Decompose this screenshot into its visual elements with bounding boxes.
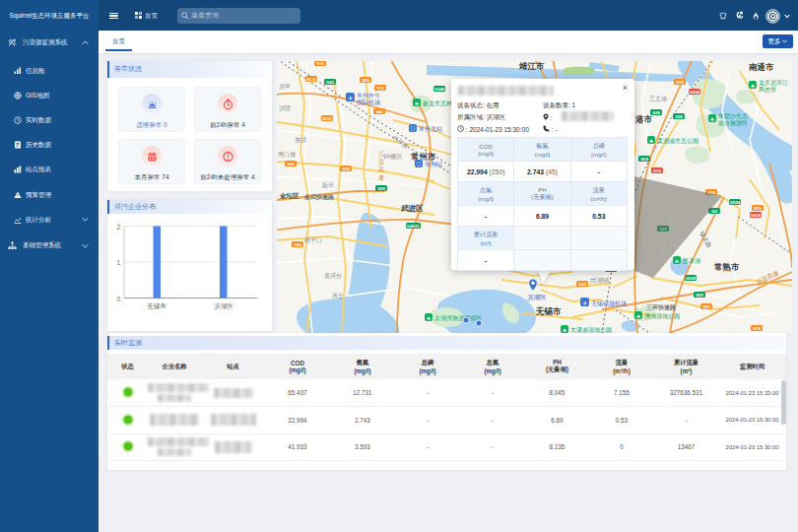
svg-text:G42: G42 [326,80,335,85]
svg-text:滨湖区: 滨湖区 [527,294,547,301]
svg-text:武进区: 武进区 [401,204,424,213]
svg-text:G204: G204 [751,213,762,218]
svg-text:横子口: 横子口 [304,236,322,244]
svg-text:2: 2 [116,224,120,231]
svg-text:速: 速 [378,174,384,180]
svg-text:龙爪岩滨江: 龙爪岩滨江 [759,79,788,87]
svg-text:无锡市: 无锡市 [147,302,166,310]
svg-text:S38: S38 [342,166,350,171]
svg-text:尚湖镇: 尚湖镇 [590,277,610,285]
svg-text:连墳: 连墳 [295,137,306,144]
svg-text:新龙生态林: 新龙生态林 [423,100,453,106]
svg-text:S75: S75 [753,326,761,331]
svg-text:✈: ✈ [582,300,587,306]
svg-text:滨湖区: 滨湖区 [214,302,233,310]
svg-text:⛉: ⛉ [411,126,416,132]
svg-text:♣: ♣ [636,313,640,319]
svg-text:1: 1 [116,259,120,266]
svg-text:常州北站: 常州北站 [419,125,442,133]
svg-text:常熟市: 常熟市 [714,262,740,272]
svg-text:♣: ♣ [649,138,653,144]
svg-text:浅全: 浅全 [332,293,344,299]
svg-text:S122: S122 [306,77,317,82]
svg-text:S39: S39 [316,61,324,66]
svg-text:金坛区: 金坛区 [279,192,299,200]
svg-text:风光带: 风光带 [759,87,776,94]
svg-text:靖江市: 靖江市 [518,61,545,71]
svg-text:G524: G524 [730,200,741,205]
svg-text:三丈浦: 三丈浦 [649,96,667,102]
svg-text:农业旅游区: 农业旅游区 [718,119,748,127]
svg-text:G204: G204 [690,90,700,95]
svg-text:S29: S29 [377,186,385,191]
svg-text:♣: ♣ [751,83,755,89]
svg-text:G4221: G4221 [407,224,421,229]
svg-text:S19: S19 [754,206,762,211]
svg-text:S46: S46 [287,162,295,166]
svg-text:洪陆: 洪陆 [279,104,291,111]
svg-text:常州奔牛: 常州奔牛 [357,93,380,99]
svg-text:无锡硕放机场: 无锡硕放机场 [591,299,627,307]
svg-text:钟楼区: 钟楼区 [382,153,403,160]
svg-text:金武快速路: 金武快速路 [303,193,335,201]
svg-text:黄泗浦生态公园: 黄泗浦生态公园 [657,137,698,145]
svg-text:南通市: 南通市 [749,62,774,72]
svg-text:常阴沙生态: 常阴沙生态 [718,112,748,120]
svg-text:G528: G528 [686,276,697,281]
svg-text:Y13: Y13 [376,86,384,91]
svg-text:S28: S28 [362,78,369,83]
svg-text:S42: S42 [375,109,383,114]
svg-text:♣: ♣ [675,258,679,264]
svg-text:洪甲: 洪甲 [279,84,291,90]
svg-text:昆承湖: 昆承湖 [683,258,700,265]
svg-text:太湖湾旅游度假区: 太湖湾旅游度假区 [434,314,482,322]
svg-text:G15: G15 [653,168,662,173]
svg-text:三环快速路: 三环快速路 [646,303,677,311]
svg-text:♣: ♣ [710,116,714,122]
svg-text:228: 228 [675,114,683,119]
svg-text:国际机场: 国际机场 [357,99,380,106]
svg-text:0: 0 [116,296,120,302]
svg-text:常州站: 常州站 [425,162,442,168]
svg-text:闸口樓: 闸口樓 [278,152,296,159]
svg-text:⛉: ⛉ [417,162,422,167]
svg-text:大溪港湿地公园: 大溪港湿地公园 [570,326,612,333]
svg-text:S52: S52 [702,304,710,309]
svg-text:新庄: 新庄 [322,181,334,188]
svg-text:S52: S52 [696,293,703,298]
svg-text:♣: ♣ [563,327,566,333]
svg-text:高: 高 [378,166,384,172]
svg-text:S28: S28 [652,110,660,115]
svg-text:S48: S48 [578,282,586,287]
svg-text:S09: S09 [640,157,648,162]
svg-text:黄河分: 黄河分 [324,273,342,279]
svg-text:✈: ✈ [348,96,353,101]
svg-text:S232: S232 [322,116,333,121]
svg-text:G346: G346 [434,87,445,92]
svg-text:漕湖湿地公园: 漕湖湿地公园 [644,312,680,320]
svg-text:♣: ♣ [427,315,431,321]
svg-text:常州市: 常州市 [411,152,436,162]
svg-text:S48: S48 [294,242,301,247]
svg-text:G2: G2 [711,209,717,214]
svg-text:无锡市: 无锡市 [535,306,562,316]
svg-text:港市: 港市 [634,114,653,124]
svg-text:♣: ♣ [415,100,419,106]
svg-text:S19: S19 [676,80,684,85]
